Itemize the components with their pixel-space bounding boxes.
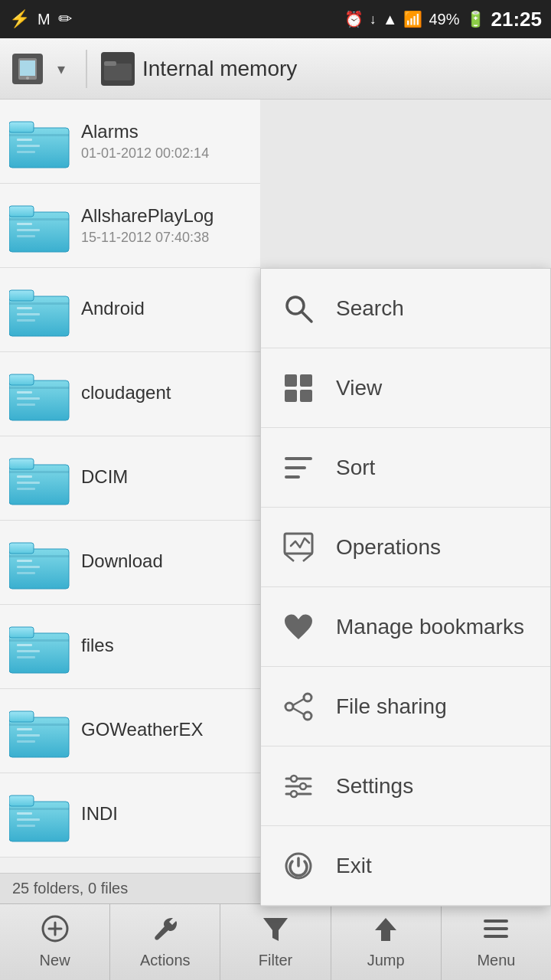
filter-icon — [262, 915, 289, 949]
file-name: Download — [81, 550, 251, 572]
svg-rect-1 — [20, 60, 35, 76]
svg-rect-22 — [9, 302, 69, 305]
svg-rect-44 — [17, 650, 40, 652]
menu-item-bookmarks[interactable]: Manage bookmarks — [261, 587, 550, 667]
svg-rect-19 — [17, 307, 32, 309]
file-info: GOWeatherEX — [81, 719, 251, 743]
svg-rect-7 — [17, 139, 32, 141]
menu-item-operations[interactable]: Operations — [261, 508, 550, 587]
svg-rect-11 — [9, 212, 69, 252]
file-info: cloudagent — [81, 382, 251, 407]
svg-rect-49 — [17, 728, 32, 730]
svg-rect-48 — [9, 711, 34, 722]
svg-rect-40 — [9, 555, 69, 557]
list-item[interactable]: AllsharePlayLog 15-11-2012 07:40:38 — [0, 184, 260, 268]
svg-point-2 — [26, 77, 29, 80]
sort-icon — [279, 449, 318, 487]
svg-rect-4 — [104, 61, 116, 66]
file-name: DCIM — [81, 466, 251, 488]
svg-rect-32 — [17, 482, 40, 484]
operations-icon — [279, 528, 318, 567]
svg-rect-9 — [17, 151, 35, 153]
svg-point-72 — [304, 712, 311, 720]
list-item[interactable]: Android — [0, 268, 260, 352]
svg-rect-46 — [9, 639, 69, 642]
folder-icon — [9, 616, 70, 678]
menu-item-view[interactable]: View — [261, 348, 550, 428]
menu-item-label-settings: Settings — [336, 774, 413, 799]
list-item[interactable]: Alarms 01-01-2012 00:02:14 — [0, 100, 260, 184]
nav-item-new[interactable]: New — [0, 904, 110, 980]
svg-marker-86 — [263, 918, 288, 941]
nav-item-actions[interactable]: Actions — [110, 904, 220, 980]
svg-point-73 — [285, 703, 293, 710]
svg-rect-34 — [9, 471, 69, 473]
file-name: GOWeatherEX — [81, 719, 251, 740]
folder-icon — [9, 279, 70, 341]
svg-point-81 — [291, 791, 297, 797]
menu-item-sort[interactable]: Sort — [261, 428, 550, 508]
plus-circle-icon — [41, 915, 69, 949]
svg-rect-53 — [9, 802, 69, 841]
svg-rect-20 — [17, 313, 40, 315]
svg-rect-41 — [9, 633, 69, 673]
svg-rect-68 — [285, 534, 312, 554]
svg-rect-12 — [9, 206, 34, 217]
view-icon — [279, 369, 318, 407]
file-list[interactable]: Alarms 01-01-2012 00:02:14 AllsharePlayL… — [0, 100, 260, 903]
context-menu: Search View Sort Operations Manage bookm… — [260, 268, 551, 906]
file-name: AllsharePlayLog — [81, 205, 251, 227]
list-item[interactable]: INDI — [0, 773, 260, 858]
svg-rect-16 — [9, 218, 69, 220]
exit-icon — [279, 847, 318, 885]
svg-rect-39 — [17, 572, 35, 574]
svg-rect-31 — [17, 475, 32, 478]
svg-point-71 — [304, 694, 311, 701]
svg-rect-67 — [285, 475, 300, 479]
svg-rect-36 — [9, 543, 34, 554]
svg-rect-29 — [9, 465, 69, 505]
nav-item-menu[interactable]: Menu — [442, 904, 551, 980]
file-meta: 15-11-2012 07:40:38 — [81, 230, 251, 246]
gmail-icon: M — [37, 11, 51, 28]
svg-rect-21 — [17, 319, 35, 322]
header-title: Internal memory — [142, 57, 297, 81]
nav-label-jump: Jump — [367, 952, 405, 969]
menu-item-settings[interactable]: Settings — [261, 746, 550, 826]
menu-item-label-exit: Exit — [336, 854, 372, 878]
list-item[interactable]: cloudagent — [0, 352, 260, 436]
svg-rect-64 — [300, 390, 312, 402]
svg-rect-56 — [17, 818, 40, 821]
svg-rect-35 — [9, 549, 69, 589]
list-item[interactable]: Download — [0, 521, 260, 605]
usb-icon: ⚡ — [9, 9, 30, 29]
file-date: 15-11-2012 07:40:38 — [81, 230, 209, 245]
nav-item-filter[interactable]: Filter — [220, 904, 331, 980]
status-left-icons: ⚡ M ✏ — [9, 9, 72, 29]
nav-item-jump[interactable]: Jump — [331, 904, 442, 980]
list-item[interactable]: GOWeatherEX — [0, 689, 260, 773]
nav-label-actions: Actions — [140, 952, 191, 969]
svg-rect-28 — [9, 387, 69, 389]
svg-rect-10 — [9, 134, 69, 136]
svg-line-75 — [293, 708, 304, 714]
list-item[interactable]: DCIM — [0, 436, 260, 521]
menu-item-filesharing[interactable]: File sharing — [261, 667, 550, 746]
svg-line-74 — [293, 699, 304, 705]
file-info: Download — [81, 550, 251, 575]
file-name: Alarms — [81, 121, 251, 142]
svg-rect-8 — [17, 145, 40, 147]
list-item[interactable]: files — [0, 605, 260, 689]
dropdown-arrow[interactable]: ▾ — [51, 58, 72, 80]
nav-label-new: New — [40, 952, 70, 969]
svg-rect-55 — [17, 812, 32, 815]
file-count-text: 25 folders, 0 files — [12, 880, 128, 897]
file-date: 01-01-2012 00:02:14 — [81, 145, 209, 161]
svg-rect-50 — [17, 734, 40, 737]
svg-rect-14 — [17, 229, 40, 231]
svg-rect-26 — [17, 397, 40, 400]
folder-icon — [9, 111, 70, 172]
svg-rect-51 — [17, 740, 35, 743]
menu-item-exit[interactable]: Exit — [261, 826, 550, 906]
menu-item-search[interactable]: Search — [261, 269, 550, 348]
